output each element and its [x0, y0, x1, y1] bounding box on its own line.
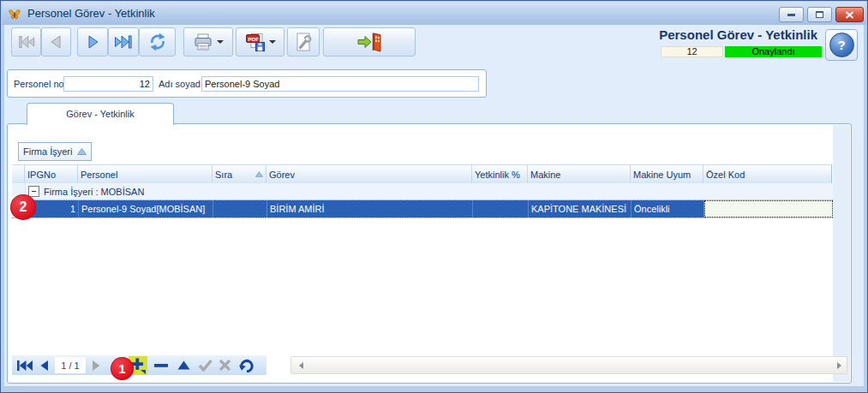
pdf-save-button[interactable]: PDF [236, 27, 284, 57]
indicator-column-header [12, 165, 25, 183]
scroll-right-icon[interactable] [837, 362, 841, 369]
cancel-icon [218, 359, 231, 372]
group-row-label: Firma İşyeri : MOBİSAN [44, 187, 144, 197]
cell-makine-uyum[interactable]: Öncelikli [632, 200, 704, 217]
settings-button[interactable] [287, 27, 320, 57]
refresh-icon [147, 32, 168, 52]
last-record-icon [113, 34, 134, 50]
confirm-icon [198, 359, 213, 372]
column-header-sira[interactable]: Sıra [213, 165, 266, 183]
cancel-button[interactable] [218, 359, 231, 372]
last-record-button[interactable] [108, 27, 139, 57]
previous-record-icon [48, 34, 65, 50]
nav-first-icon [16, 360, 33, 372]
settings-wrench-icon [293, 32, 314, 52]
personel-no-label: Personel no [14, 79, 64, 89]
record-navigator: 1 / 1 [12, 355, 266, 375]
svg-text:PDF: PDF [248, 36, 259, 42]
pdf-save-icon: PDF [245, 33, 266, 51]
next-record-button[interactable] [77, 27, 108, 57]
column-header-makine[interactable]: Makine [528, 165, 631, 183]
previous-record-button[interactable] [41, 27, 71, 57]
question-mark-icon: ? [829, 33, 854, 57]
cell-personel[interactable]: Personel-9 Soyad[MOBİSAN] [79, 200, 213, 217]
cell-gorev[interactable]: BİRİM AMİRİ [267, 200, 473, 217]
cell-yetkinlik[interactable] [473, 200, 529, 217]
nav-next-button[interactable] [91, 360, 102, 372]
grid-header-row: IPGNo Personel Sıra Görev Yetkinlik % Ma… [12, 164, 832, 184]
scroll-left-icon[interactable] [299, 362, 303, 369]
record-number-value: 12 [661, 46, 723, 57]
column-header-gorev[interactable]: Görev [266, 165, 472, 183]
close-icon [845, 11, 854, 19]
column-header-yetkinlik[interactable]: Yetkinlik % [472, 165, 528, 183]
first-record-button[interactable] [11, 27, 41, 57]
column-header-makine-uyum[interactable]: Makine Uyum [631, 165, 703, 183]
personnel-form-panel: Personel no Adı soyadı [7, 69, 487, 98]
help-button[interactable]: ? [825, 29, 858, 61]
annotation-badge-1: 1 [111, 357, 134, 380]
group-by-label: Firma İşyeri [23, 146, 72, 157]
exit-button[interactable] [323, 27, 416, 57]
group-row[interactable]: Firma İşyeri : MOBİSAN [12, 183, 833, 199]
nav-next-icon [91, 360, 102, 372]
move-up-button[interactable] [177, 360, 190, 370]
nav-previous-icon [39, 360, 50, 372]
nav-first-button[interactable] [16, 360, 33, 372]
title-bar: Personel Görev - Yetkinlik [2, 2, 866, 25]
sort-ascending-icon [255, 171, 263, 177]
app-window: Personel Görev - Yetkinlik [0, 0, 868, 393]
status-badge: Onaylandı [725, 46, 822, 57]
column-header-ipgno[interactable]: IPGNo [25, 165, 78, 183]
minimize-button[interactable] [779, 7, 804, 22]
refresh-rows-button[interactable] [238, 358, 255, 372]
sort-ascending-icon [77, 148, 87, 155]
window-title: Personel Görev - Yetkinlik [27, 7, 155, 20]
exit-door-icon [356, 31, 382, 53]
next-record-icon [84, 34, 101, 50]
delete-row-icon [153, 363, 169, 368]
confirm-button[interactable] [198, 359, 213, 372]
minimize-icon [787, 14, 795, 16]
pdf-dropdown-caret[interactable] [269, 40, 276, 44]
move-up-icon [177, 360, 190, 370]
butterfly-icon [8, 7, 21, 21]
refresh-button[interactable] [139, 27, 176, 57]
cell-sira[interactable] [213, 200, 267, 217]
maximize-button[interactable] [807, 7, 832, 22]
cell-makine[interactable]: KAPİTONE MAKİNESİ [529, 200, 632, 217]
page-title: Personel Görev - Yetkinlik [601, 27, 817, 42]
cell-ozel-kod[interactable] [704, 200, 833, 217]
page-indicator: 1 / 1 [55, 357, 86, 373]
adi-soyadi-label: Adı soyadı [159, 79, 203, 89]
refresh-rows-icon [238, 358, 255, 372]
grid-right-gutter [833, 125, 850, 382]
column-header-personel[interactable]: Personel [78, 165, 213, 183]
horizontal-scrollbar[interactable] [290, 356, 847, 374]
adi-soyadi-input[interactable] [201, 76, 479, 92]
personel-no-input[interactable] [63, 76, 153, 92]
delete-row-button[interactable] [153, 363, 169, 368]
nav-previous-button[interactable] [39, 360, 50, 372]
grid-panel [7, 123, 852, 384]
print-icon [193, 33, 213, 51]
print-dropdown-caret[interactable] [217, 40, 224, 44]
annotation-badge-2: 2 [10, 194, 36, 220]
collapse-group-icon[interactable] [28, 186, 39, 197]
print-button[interactable] [183, 27, 233, 57]
table-row[interactable]: 1 Personel-9 Soyad[MOBİSAN] BİRİM AMİRİ … [12, 199, 833, 218]
tab-gorev-yetkinlik[interactable]: Görev - Yetkinlik [27, 103, 174, 125]
group-by-button[interactable]: Firma İşyeri [18, 142, 92, 161]
close-button[interactable] [835, 7, 864, 22]
first-record-icon [17, 34, 36, 50]
maximize-icon [816, 11, 823, 18]
column-header-ozel-kod[interactable]: Özel Kod [703, 165, 832, 183]
